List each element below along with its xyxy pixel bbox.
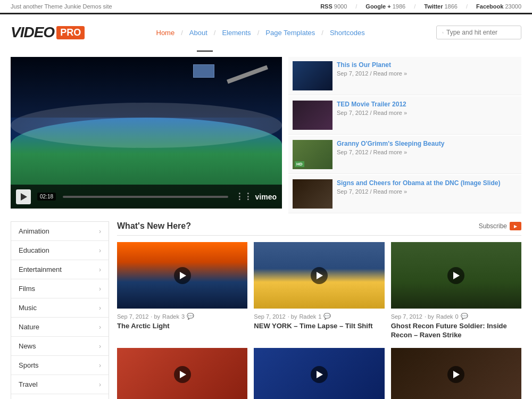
play-icon [317,272,323,279]
bottom-thumb-1[interactable] [117,348,247,399]
sidebar-video-item: This is Our Planet Sep 7, 2012 / Read mo… [288,57,521,95]
svg-line-1 [443,33,444,34]
divider: / [414,3,415,10]
nav-item-shortcodes[interactable]: Shortcodes [323,29,371,37]
nav-item-home[interactable]: Home [150,29,181,37]
nav-item-about[interactable]: About [183,29,214,37]
logo[interactable]: VIDEO PRO [11,24,85,41]
whats-new-title: What's New Here? [117,221,191,231]
subscribe-icon [510,222,521,230]
social-links: RSS 9000 / Google + 1986 / Twitter 1866 … [320,3,521,10]
play-icon [180,272,186,279]
search-input[interactable] [446,29,516,36]
category-news[interactable]: News › [11,337,109,356]
grid-item-recon: Sep 7, 2012 · by Radek 0 💬 Ghost Recon F… [391,242,521,340]
hd-badge: HD [295,161,304,167]
sidebar-meta-4: Sep 7, 2012 / Read more » [337,188,517,195]
chevron-right-icon: › [99,343,101,350]
sidebar-video-item: Signs and Cheers for Obama at the DNC (I… [288,175,521,213]
logo-video-text: VIDEO [11,24,54,41]
grid-thumb-recon[interactable] [391,242,521,309]
twitter-link[interactable]: Twitter 1866 [424,3,458,10]
rss-link[interactable]: RSS 9000 [320,3,347,10]
play-overlay [174,267,191,284]
category-films[interactable]: Films › [11,279,109,298]
grid-title-nyc[interactable]: NEW YORK – Time Lapse – Tilt Shift [254,322,384,331]
sidebar-thumb-2 [293,101,332,130]
comment-icon: 💬 [323,313,331,320]
categories-sidebar: Animation › Education › Entertainment › … [11,221,109,399]
sidebar-info-4: Signs and Cheers for Obama at the DNC (I… [337,179,517,195]
grid-title-arctic[interactable]: The Arctic Light [117,322,247,331]
satellite-panel [193,64,214,78]
nav-item-page-templates[interactable]: Page Templates [259,29,321,37]
hero-section: 02:18 ⋮⋮ vimeo This is Our Planet Sep 7,… [0,57,532,213]
play-button[interactable] [16,189,31,204]
divider: / [355,3,357,10]
main-nav: Home / About / Elements / Page Templates… [150,29,371,37]
bottom-grid [117,348,521,399]
chevron-right-icon: › [99,247,101,254]
category-music[interactable]: Music › [11,298,109,318]
grid-meta-arctic: Sep 7, 2012 · by Radek 3 💬 [117,313,247,320]
search-box[interactable] [436,26,521,39]
category-animation[interactable]: Animation › [11,222,109,241]
facebook-link[interactable]: Facebook 23000 [476,3,521,10]
topbar: Just another Theme Junkie Demos site RSS… [0,0,532,13]
sidebar-videos: This is Our Planet Sep 7, 2012 / Read mo… [288,57,521,213]
logo-pro-text: PRO [56,26,85,39]
main-video-player[interactable]: 02:18 ⋮⋮ vimeo [11,57,282,209]
sidebar-thumb-4 [293,179,332,209]
sidebar-title-3[interactable]: Granny O'Grimm's Sleeping Beauty [337,140,517,147]
play-overlay [447,366,464,383]
video-grid: Sep 7, 2012 · by Radek 3 💬 The Arctic Li… [117,242,521,340]
sidebar-info-3: Granny O'Grimm's Sleeping Beauty Sep 7, … [337,140,517,155]
grid-thumb-nyc[interactable] [254,242,384,309]
category-travel[interactable]: Travel › [11,375,109,394]
sidebar-meta-3: Sep 7, 2012 / Read more » [337,149,517,155]
sidebar-info-1: This is Our Planet Sep 7, 2012 / Read mo… [337,61,517,77]
google-link[interactable]: Google + 1986 [365,3,405,10]
sidebar-title-1[interactable]: This is Our Planet [337,61,517,69]
chevron-right-icon: › [99,323,101,331]
nav-item-elements[interactable]: Elements [215,29,257,37]
grid-thumb-arctic[interactable] [117,242,247,309]
category-entertainment[interactable]: Entertainment › [11,260,109,279]
header: VIDEO PRO Home / About / Elements / Page… [0,14,532,51]
nav-underline [197,51,213,52]
chevron-right-icon: › [99,228,101,235]
grid-meta-nyc: Sep 7, 2012 · by Radek 1 💬 [254,313,384,320]
sidebar-title-4[interactable]: Signs and Cheers for Obama at the DNC (I… [337,179,517,187]
tagline: Just another Theme Junkie Demos site [11,3,112,10]
bottom-thumb-3[interactable] [391,348,521,399]
vimeo-logo: ⋮⋮ vimeo [235,192,277,202]
comment-icon: 💬 [461,313,468,320]
grid-item-nyc: Sep 7, 2012 · by Radek 1 💬 NEW YORK – Ti… [254,242,384,340]
search-icon [442,29,444,36]
category-sports[interactable]: Sports › [11,356,109,375]
sidebar-info-2: TED Movie Trailer 2012 Sep 7, 2012 / Rea… [337,101,517,116]
subscribe-button[interactable]: Subscribe [479,222,521,230]
video-controls: 02:18 ⋮⋮ vimeo [11,185,282,209]
category-nature[interactable]: Nature › [11,318,109,337]
content-area: Animation › Education › Entertainment › … [0,221,532,399]
play-icon [180,371,186,378]
sidebar-video-item: HD Granny O'Grimm's Sleeping Beauty Sep … [288,136,521,174]
divider: / [466,3,468,10]
chevron-right-icon: › [99,304,101,312]
grid-meta-recon: Sep 7, 2012 · by Radek 0 💬 [391,313,521,320]
sidebar-meta-1: Sep 7, 2012 / Read more » [337,70,517,77]
svg-point-0 [442,32,443,33]
sidebar-meta-2: Sep 7, 2012 / Read more » [337,110,517,116]
sidebar-thumb-3: HD [293,140,332,169]
progress-bar[interactable] [63,196,228,198]
category-education[interactable]: Education › [11,241,109,260]
play-icon [453,272,460,279]
comment-icon: 💬 [187,313,194,320]
grid-title-recon[interactable]: Ghost Recon Future Soldier: Inside Recon… [391,322,521,340]
sidebar-video-item: TED Movie Trailer 2012 Sep 7, 2012 / Rea… [288,96,521,135]
sidebar-title-2[interactable]: TED Movie Trailer 2012 [337,101,517,108]
chevron-right-icon: › [99,362,101,369]
bottom-thumb-2[interactable] [254,348,384,399]
play-overlay [311,267,328,284]
